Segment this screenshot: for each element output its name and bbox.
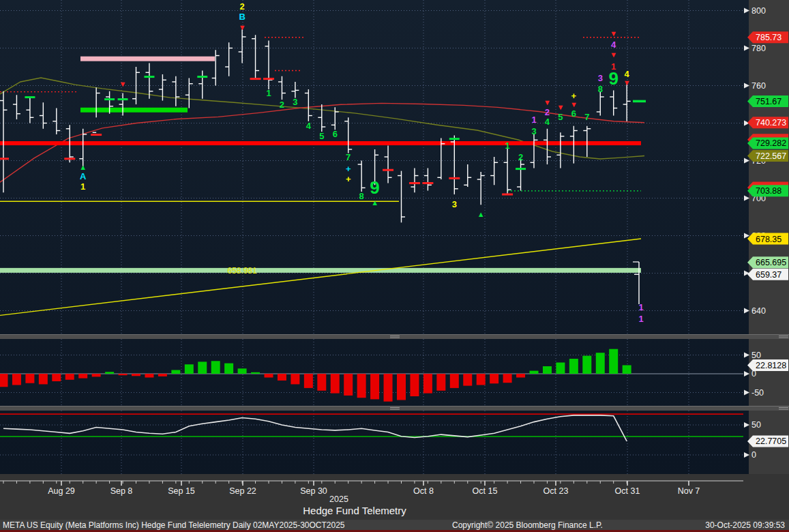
histogram-bar[interactable] [331, 374, 340, 394]
y-axis-label: 0 [751, 450, 756, 460]
histogram-bar[interactable] [609, 349, 618, 374]
svg-text:22.7705: 22.7705 [756, 437, 786, 446]
histogram-bar[interactable] [543, 366, 552, 374]
svg-text:659.37: 659.37 [756, 270, 781, 280]
histogram-bar[interactable] [78, 374, 87, 379]
histogram-bar[interactable] [52, 374, 61, 381]
td-marker: 3 [293, 97, 297, 107]
td-marker: 1 [638, 302, 643, 312]
security-description: META US Equity (Meta Platforms Inc) Hedg… [3, 520, 345, 530]
histogram-bar[interactable] [569, 359, 578, 374]
histogram-bar[interactable] [12, 374, 21, 385]
td-marker: + [346, 164, 351, 174]
price-flag: 703.88 [747, 185, 788, 196]
svg-text:722.567: 722.567 [756, 151, 786, 161]
histogram-bar[interactable] [278, 374, 286, 381]
timestamp: 30-Oct-2025 09:39:53 [705, 520, 785, 530]
histogram-bar[interactable] [556, 363, 565, 374]
histogram-bar[interactable] [410, 374, 419, 396]
svg-text:703.88: 703.88 [756, 186, 781, 196]
histogram-bar[interactable] [291, 374, 299, 384]
x-axis-label: Oct 23 [544, 486, 569, 496]
histogram-bar[interactable] [265, 374, 273, 378]
td-marker: ▼ [623, 78, 631, 87]
red-resistance-band [0, 141, 641, 145]
histogram-bar[interactable] [158, 374, 167, 376]
y-axis-label: -50 [751, 388, 764, 398]
histogram-bar[interactable] [25, 374, 34, 383]
td-marker: B [239, 12, 245, 22]
histogram-bar[interactable] [105, 372, 114, 374]
histogram-bar[interactable] [344, 374, 353, 396]
histogram-bar[interactable] [370, 374, 379, 399]
histogram-bar[interactable] [357, 374, 366, 398]
trendline-value-label: 658.981 [227, 266, 257, 276]
chart-canvas[interactable]: 658.981▲A1▼2B▼1234567++89▲3▲123142▼5▼6▼+… [0, 0, 789, 503]
histogram-bar[interactable] [119, 374, 128, 375]
histogram-bar[interactable] [490, 374, 498, 383]
y-axis-label: 760 [751, 81, 766, 91]
histogram-bar[interactable] [304, 374, 313, 388]
td-marker: 1 [638, 314, 643, 324]
td-marker: 1 [611, 61, 616, 72]
histogram-bar[interactable] [450, 374, 459, 388]
histogram-bar[interactable] [39, 374, 48, 384]
histogram-bar[interactable] [198, 361, 207, 374]
td-marker: 6 [333, 129, 338, 139]
td-marker: 3 [452, 199, 457, 209]
x-axis-label: Sep 8 [110, 486, 133, 496]
td-marker: 7 [346, 152, 351, 162]
histogram-bar[interactable] [92, 374, 101, 376]
histogram-bar[interactable] [503, 374, 512, 383]
y-axis-label: 800 [751, 6, 766, 16]
panel-separator[interactable] [0, 406, 789, 411]
histogram-bar[interactable] [132, 374, 140, 376]
chart-title: Hedge Fund Telemetry [0, 505, 709, 516]
price-flag: 659.37 [747, 269, 788, 280]
histogram-bar[interactable] [423, 374, 432, 394]
x-axis-label: Aug 29 [48, 486, 75, 496]
histogram-bar[interactable] [211, 361, 220, 374]
y-axis-label: 50 [751, 420, 761, 430]
histogram-bar[interactable] [477, 374, 486, 385]
histogram-bar[interactable] [185, 364, 194, 374]
histogram-bar[interactable] [596, 353, 605, 374]
td-marker: 2 [239, 1, 244, 12]
histogram-bar[interactable] [530, 371, 539, 374]
histogram-bar[interactable] [224, 364, 233, 374]
price-flag: 751.67 [747, 95, 788, 107]
pink-band [80, 57, 215, 61]
histogram-bar[interactable] [623, 365, 631, 374]
td-marker: ▼ [570, 100, 578, 108]
td-marker: ▲ [371, 198, 378, 207]
histogram-bar[interactable] [463, 374, 472, 386]
x-axis-label: Sep 30 [300, 486, 327, 496]
td-marker: ▼ [119, 80, 127, 88]
price-flag: 665.695 [747, 256, 788, 268]
td-marker: 1 [80, 181, 85, 192]
histogram-bar[interactable] [397, 374, 406, 400]
histogram-bar[interactable] [582, 356, 591, 374]
histogram-bar[interactable] [317, 374, 326, 391]
price-flag: 678.35 [747, 233, 788, 245]
x-axis-label: Oct 8 [413, 486, 434, 496]
svg-text:740.273: 740.273 [756, 118, 786, 128]
panel-separator[interactable] [0, 334, 789, 339]
histogram-bar[interactable] [238, 368, 247, 374]
histogram-bar[interactable] [171, 370, 180, 374]
histogram-bar[interactable] [251, 372, 260, 374]
y-axis-label: 50 [751, 351, 761, 360]
histogram-bar[interactable] [436, 374, 445, 391]
td-marker: 2 [518, 152, 523, 162]
histogram-bar[interactable] [384, 374, 393, 402]
histogram-bar[interactable] [516, 374, 525, 378]
histogram-bar[interactable] [0, 374, 8, 387]
histogram-bar[interactable] [145, 374, 153, 378]
ltgreen-band [0, 268, 641, 273]
histogram-bar[interactable] [65, 374, 74, 380]
svg-text:785.73: 785.73 [756, 33, 781, 42]
td-marker: 3 [531, 126, 536, 136]
copyright-text: Copyright© 2025 Bloomberg Finance L.P. [452, 520, 603, 530]
x-axis-label: Oct 15 [473, 486, 498, 496]
td-marker: 2 [545, 107, 550, 117]
